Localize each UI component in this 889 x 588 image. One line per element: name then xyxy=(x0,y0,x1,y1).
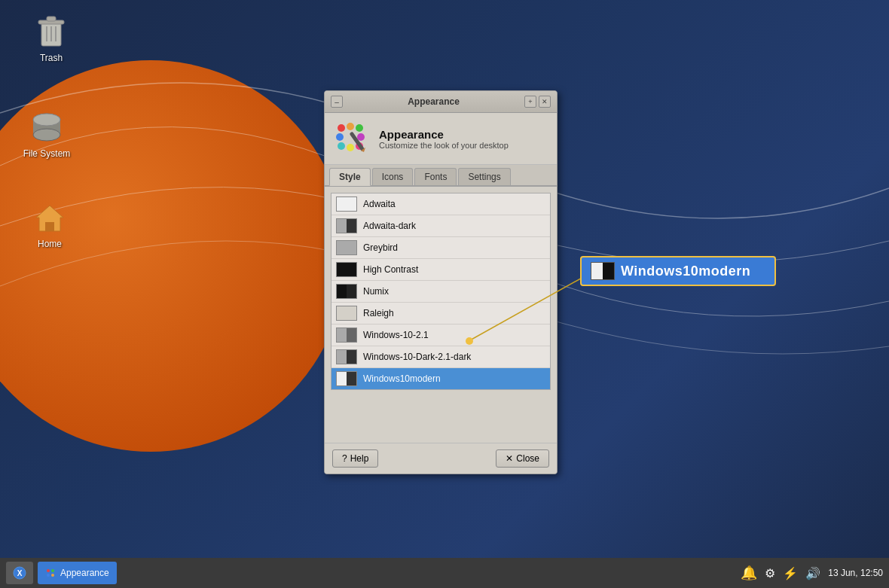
style-item-greybird[interactable]: Greybird xyxy=(331,237,550,259)
taskbar-app-button[interactable]: Appearance xyxy=(38,562,117,584)
style-preview-high-contrast xyxy=(336,262,357,277)
home-icon xyxy=(32,200,68,236)
taskbar-volume-icon[interactable]: 🔊 xyxy=(805,566,820,580)
svg-rect-2 xyxy=(47,17,56,21)
svg-point-17 xyxy=(338,142,345,150)
style-item-adwaita-dark[interactable]: Adwaita-dark xyxy=(331,215,550,237)
style-label-adwaita: Adwaita xyxy=(363,199,396,209)
taskbar-power-icon[interactable]: ⚡ xyxy=(783,566,798,580)
style-item-raleigh[interactable]: Raleigh xyxy=(331,303,550,324)
svg-point-26 xyxy=(51,569,54,572)
appearance-window: – Appearance + ✕ xyxy=(324,90,558,474)
tab-style[interactable]: Style xyxy=(329,168,371,186)
callout-text: Windows10modern xyxy=(621,264,750,279)
svg-point-13 xyxy=(347,123,354,130)
style-label-win10: Windows-10-2.1 xyxy=(363,330,429,340)
style-label-greybird: Greybird xyxy=(363,242,398,253)
style-preview-numix xyxy=(336,284,357,299)
window-header-text: Appearance Customize the look of your de… xyxy=(379,128,509,150)
help-label: Help xyxy=(350,453,369,464)
svg-point-28 xyxy=(51,574,54,577)
style-label-win10modern: Windows10modern xyxy=(363,373,441,384)
window-close-btn[interactable]: ✕ xyxy=(539,96,551,108)
tab-bar: Style Icons Fonts Settings xyxy=(325,165,557,187)
style-preview-greybird xyxy=(336,240,357,255)
svg-rect-11 xyxy=(45,222,54,231)
window-minimize-btn[interactable]: – xyxy=(331,96,343,108)
style-item-win10[interactable]: Windows-10-2.1 xyxy=(331,324,550,346)
window-add-btn[interactable]: + xyxy=(524,96,536,108)
style-item-adwaita[interactable]: Adwaita xyxy=(331,193,550,215)
filesystem-label: File System xyxy=(23,148,71,159)
svg-point-18 xyxy=(347,144,354,151)
help-button[interactable]: ? Help xyxy=(332,449,378,468)
style-preview-adwaita xyxy=(336,197,357,212)
window-header-subtitle: Customize the look of your desktop xyxy=(379,141,509,150)
taskbar-left: X Appearance xyxy=(6,562,117,584)
close-label: Close xyxy=(516,453,539,464)
window-title: Appearance xyxy=(343,96,524,107)
taskbar-bell-icon[interactable]: 🔔 xyxy=(741,565,757,581)
window-header-title: Appearance xyxy=(379,128,509,141)
desktop: Trash File System Home – xyxy=(0,0,889,588)
taskbar-settings-icon[interactable]: ⚙ xyxy=(765,566,775,580)
svg-point-8 xyxy=(33,129,60,141)
close-button[interactable]: ✕ Close xyxy=(496,449,549,468)
style-label-numix: Numix xyxy=(363,286,389,297)
start-button[interactable]: X xyxy=(6,562,33,584)
connector-dot xyxy=(466,337,473,345)
window-content: Adwaita Adwaita-dark Greybird xyxy=(325,187,557,443)
style-label-high-contrast: High Contrast xyxy=(363,264,418,275)
taskbar-time: 13 Jun, 12:50 xyxy=(828,568,883,578)
window-titlebar: – Appearance + ✕ xyxy=(325,91,557,113)
tab-icons[interactable]: Icons xyxy=(372,168,414,185)
taskbar-app-label: Appearance xyxy=(60,568,109,578)
callout-box: Windows10modern xyxy=(580,256,776,286)
style-preview-adwaita-dark xyxy=(336,218,357,233)
style-preview-raleigh xyxy=(336,306,357,321)
desktop-icon-home[interactable]: Home xyxy=(20,200,80,249)
window-header: Appearance Customize the look of your de… xyxy=(325,113,557,165)
help-icon: ? xyxy=(342,453,347,464)
style-item-numix[interactable]: Numix xyxy=(331,281,550,303)
window-footer: ? Help ✕ Close xyxy=(325,443,557,474)
svg-point-15 xyxy=(336,133,344,141)
style-item-win10-dark[interactable]: Windows-10-Dark-2.1-dark xyxy=(331,346,550,368)
taskbar-app-icon xyxy=(45,568,56,578)
tab-fonts[interactable]: Fonts xyxy=(414,168,457,185)
filesystem-icon xyxy=(29,109,65,145)
svg-point-9 xyxy=(33,114,60,126)
svg-point-25 xyxy=(47,569,50,572)
svg-text:X: X xyxy=(17,569,23,577)
style-preview-win10-dark xyxy=(336,349,357,364)
svg-point-27 xyxy=(47,574,50,577)
style-preview-win10modern xyxy=(336,371,357,386)
style-preview-win10 xyxy=(336,328,357,343)
window-controls: + ✕ xyxy=(524,96,551,108)
home-label: Home xyxy=(38,239,62,249)
svg-point-12 xyxy=(338,124,345,132)
appearance-app-icon xyxy=(334,120,370,157)
svg-point-16 xyxy=(357,133,365,141)
titlebar-left: – xyxy=(331,96,343,108)
desktop-icon-trash[interactable]: Trash xyxy=(21,14,81,63)
desktop-icon-filesystem[interactable]: File System xyxy=(17,109,77,159)
trash-icon xyxy=(33,14,69,50)
close-icon-btn: ✕ xyxy=(506,453,513,464)
callout-preview xyxy=(591,262,615,280)
trash-label: Trash xyxy=(40,53,63,63)
style-item-high-contrast[interactable]: High Contrast xyxy=(331,259,550,281)
taskbar: X Appearance 🔔 ⚙ ⚡ 🔊 13 Jun, 12:50 xyxy=(0,558,889,588)
style-label-raleigh: Raleigh xyxy=(363,308,394,318)
style-list: Adwaita Adwaita-dark Greybird xyxy=(331,193,551,390)
style-label-adwaita-dark: Adwaita-dark xyxy=(363,221,416,231)
taskbar-right: 🔔 ⚙ ⚡ 🔊 13 Jun, 12:50 xyxy=(741,565,883,581)
svg-point-14 xyxy=(356,124,363,132)
style-label-win10-dark: Windows-10-Dark-2.1-dark xyxy=(363,352,471,362)
tab-settings[interactable]: Settings xyxy=(458,168,510,185)
style-item-win10modern[interactable]: Windows10modern xyxy=(331,368,550,389)
